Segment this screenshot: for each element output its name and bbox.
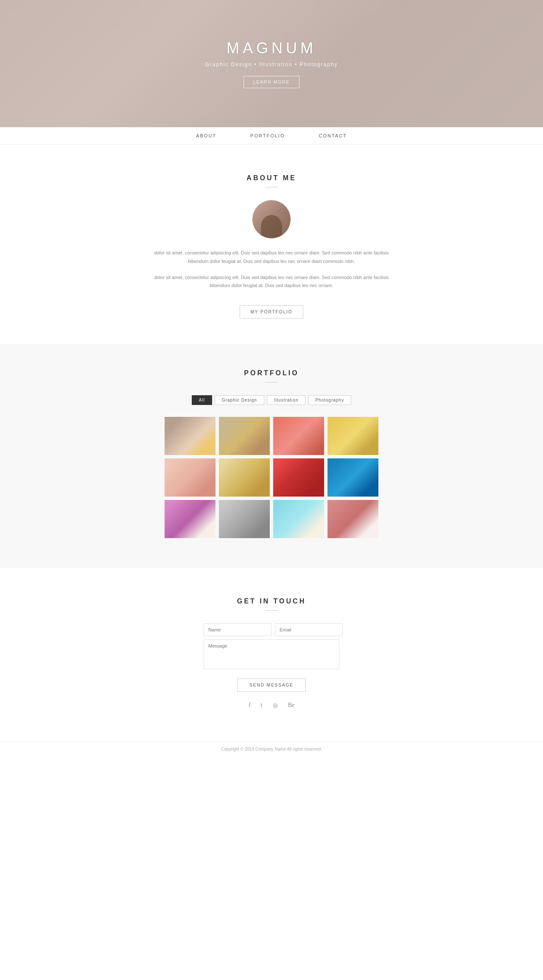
list-item[interactable] bbox=[165, 417, 216, 455]
nav-portfolio[interactable]: PORTFOLIO bbox=[250, 133, 285, 138]
list-item[interactable] bbox=[273, 417, 324, 455]
list-item[interactable] bbox=[327, 417, 378, 455]
learn-more-button[interactable]: LEARN MORE bbox=[244, 76, 299, 88]
twitter-icon[interactable]: t bbox=[261, 702, 263, 709]
about-divider bbox=[265, 187, 278, 187]
portfolio-grid bbox=[161, 417, 382, 538]
about-title: ABOUT ME bbox=[144, 174, 399, 182]
name-input[interactable] bbox=[204, 623, 272, 636]
instagram-icon[interactable]: ◎ bbox=[273, 702, 278, 709]
portfolio-section: PORTFOLIO All Graphic Design Illustratio… bbox=[0, 344, 543, 568]
footer: Copyright © 2019 Company Name All rights… bbox=[0, 741, 543, 760]
list-item[interactable] bbox=[273, 500, 324, 538]
list-item[interactable] bbox=[273, 458, 324, 497]
filter-illustration[interactable]: Illustration bbox=[267, 395, 306, 405]
about-section: ABOUT ME dolor sit amet, consectetur adi… bbox=[136, 145, 407, 344]
social-bar: f t ◎ Be bbox=[8, 692, 535, 716]
list-item[interactable] bbox=[327, 500, 378, 538]
contact-section: GET IN TOUCH SEND MESSAGE f t ◎ Be bbox=[0, 568, 543, 741]
list-item[interactable] bbox=[327, 458, 378, 497]
contact-divider bbox=[265, 610, 278, 611]
facebook-icon[interactable]: f bbox=[249, 702, 251, 709]
behance-icon[interactable]: Be bbox=[288, 702, 295, 709]
email-input[interactable] bbox=[275, 623, 343, 636]
contact-form: SEND MESSAGE bbox=[204, 623, 339, 692]
form-name-email-row bbox=[204, 623, 339, 636]
contact-title: GET IN TOUCH bbox=[8, 597, 535, 605]
list-item[interactable] bbox=[219, 500, 270, 538]
nav-contact[interactable]: CONTACT bbox=[319, 133, 347, 138]
hero-title: MAGNUM bbox=[205, 39, 338, 57]
about-paragraph-1: dolor sit amet, consectetur adipiscing e… bbox=[144, 249, 399, 266]
list-item[interactable] bbox=[219, 417, 270, 455]
main-nav: ABOUT PORTFOLIO CONTACT bbox=[0, 127, 543, 145]
footer-text: Copyright © 2019 Company Name All rights… bbox=[221, 747, 322, 751]
list-item[interactable] bbox=[165, 500, 216, 538]
about-paragraph-2: dolor sit amet, consectetur adipiscing e… bbox=[144, 274, 399, 290]
list-item[interactable] bbox=[165, 458, 216, 497]
nav-about[interactable]: ABOUT bbox=[196, 133, 216, 138]
send-message-button[interactable]: SEND MESSAGE bbox=[237, 678, 306, 692]
filter-all[interactable]: All bbox=[192, 395, 212, 405]
my-portfolio-button[interactable]: MY PORTFOLIO bbox=[240, 305, 303, 318]
list-item[interactable] bbox=[219, 458, 270, 497]
hero-subtitle: Graphic Design • Illustration • Photogra… bbox=[205, 61, 338, 67]
hero-section: MAGNUM Graphic Design • Illustration • P… bbox=[0, 0, 543, 127]
message-input[interactable] bbox=[204, 639, 339, 669]
avatar bbox=[252, 200, 291, 238]
filter-graphic-design[interactable]: Graphic Design bbox=[215, 395, 264, 405]
portfolio-divider bbox=[265, 382, 278, 383]
portfolio-title: PORTFOLIO bbox=[8, 369, 535, 377]
filter-bar: All Graphic Design Illustration Photogra… bbox=[8, 395, 535, 405]
filter-photography[interactable]: Photography bbox=[308, 395, 351, 405]
